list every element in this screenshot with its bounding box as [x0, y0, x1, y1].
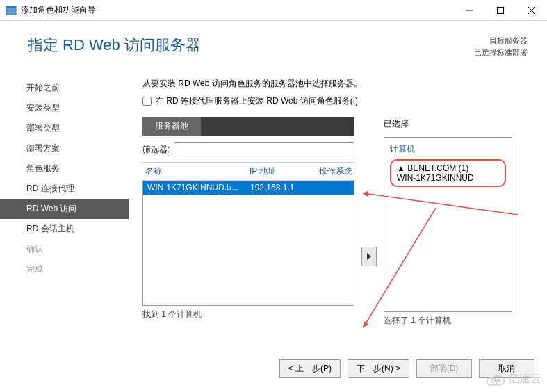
install-on-broker-row[interactable]: 在 RD 连接代理服务器上安装 RD Web 访问角色服务(I)	[142, 95, 528, 107]
header: 指定 RD Web 访问服务器 目标服务器 已选择标准部署	[0, 21, 547, 65]
sidebar-item-rd-web[interactable]: RD Web 访问	[0, 199, 129, 219]
server-row-ip: 192.168.1.1	[247, 183, 317, 193]
titlebar: 添加角色和功能向导	[0, 0, 547, 21]
sidebar-item-deploy-scenario[interactable]: 部署方案	[0, 138, 129, 158]
button-bar: < 上一步(P) 下一步(N) > 部署(D) 取消	[279, 359, 534, 378]
found-count: 找到 1 个计算机	[142, 309, 354, 320]
sidebar-item-complete: 完成	[0, 259, 129, 279]
sidebar-item-rd-broker[interactable]: RD 连接代理	[0, 179, 129, 199]
selected-machine[interactable]: WIN-1K71GKINNUD	[397, 173, 499, 183]
sidebar-item-install-type[interactable]: 安装类型	[0, 98, 129, 118]
add-button[interactable]	[361, 247, 377, 266]
destination-label: 目标服务器	[474, 35, 528, 47]
instruction-text: 从要安装 RD Web 访问角色服务的服务器池中选择服务器。	[142, 78, 528, 90]
svg-point-14	[498, 379, 500, 382]
selected-panel: 已选择 计算机 ▲ BENET.COM (1) WIN-1K71GKINNUD …	[384, 117, 512, 327]
pool-area: 服务器池 筛选器: 名称 IP 地址 操作系统 WIN-1K71GKINNUD.…	[142, 117, 528, 327]
column-name[interactable]: 名称	[142, 165, 247, 177]
sidebar-item-rd-session-host[interactable]: RD 会话主机	[0, 219, 129, 239]
cancel-button[interactable]: 取消	[479, 359, 534, 378]
selected-header: 计算机	[390, 143, 506, 155]
server-row-os	[317, 183, 354, 193]
selected-count: 选择了 1 个计算机	[384, 315, 512, 327]
svg-rect-1	[6, 6, 16, 8]
install-on-broker-checkbox[interactable]	[142, 97, 152, 106]
column-ip[interactable]: IP 地址	[247, 165, 316, 177]
tab-server-pool[interactable]: 服务器池	[142, 117, 201, 136]
wizard-icon	[6, 5, 17, 16]
body: 开始之前 安装类型 部署类型 部署方案 角色服务 RD 连接代理 RD Web …	[0, 65, 547, 352]
sidebar-item-before-begin[interactable]: 开始之前	[0, 78, 129, 98]
selected-group: ▲ BENET.COM (1) WIN-1K71GKINNUD	[390, 159, 506, 187]
server-list[interactable]: WIN-1K71GKINNUD.b... 192.168.1.1	[142, 181, 354, 306]
maximize-button[interactable]	[484, 0, 516, 21]
selected-box[interactable]: 计算机 ▲ BENET.COM (1) WIN-1K71GKINNUD	[384, 137, 512, 312]
svg-rect-3	[497, 7, 503, 13]
close-button[interactable]	[516, 0, 547, 21]
previous-button[interactable]: < 上一步(P)	[279, 359, 341, 378]
install-on-broker-label: 在 RD 连接代理服务器上安装 RD Web 访问角色服务(I)	[156, 95, 358, 107]
window-title: 添加角色和功能向导	[21, 4, 453, 16]
content: 从要安装 RD Web 访问角色服务的服务器池中选择服务器。 在 RD 连接代理…	[129, 65, 547, 352]
destination-info: 目标服务器 已选择标准部署	[474, 35, 528, 58]
selected-domain[interactable]: ▲ BENET.COM (1)	[397, 163, 499, 173]
deploy-button: 部署(D)	[416, 359, 472, 378]
svg-marker-6	[367, 253, 371, 260]
destination-value: 已选择标准部署	[474, 47, 528, 58]
sidebar: 开始之前 安装类型 部署类型 部署方案 角色服务 RD 连接代理 RD Web …	[0, 65, 129, 352]
window-controls	[453, 0, 547, 21]
filter-row: 筛选器:	[142, 142, 354, 156]
sidebar-item-role-services[interactable]: 角色服务	[0, 158, 129, 179]
sidebar-item-confirm: 确认	[0, 239, 129, 259]
svg-point-11	[487, 377, 497, 385]
server-pool-panel: 服务器池 筛选器: 名称 IP 地址 操作系统 WIN-1K71GKINNUD.…	[142, 117, 354, 327]
list-header: 名称 IP 地址 操作系统	[142, 162, 354, 181]
server-row-name: WIN-1K71GKINNUD.b...	[143, 183, 247, 193]
minimize-button[interactable]	[453, 0, 484, 21]
chevron-right-icon	[366, 253, 373, 260]
column-os[interactable]: 操作系统	[316, 165, 354, 177]
tab-strip: 服务器池	[142, 117, 354, 136]
sidebar-item-deploy-type[interactable]: 部署类型	[0, 118, 129, 138]
filter-input[interactable]	[174, 142, 354, 156]
svg-point-13	[494, 379, 496, 382]
next-button[interactable]: 下一步(N) >	[348, 359, 409, 378]
filter-label: 筛选器:	[142, 144, 170, 156]
server-row[interactable]: WIN-1K71GKINNUD.b... 192.168.1.1	[143, 181, 354, 195]
selected-label: 已选择	[384, 117, 512, 130]
page-title: 指定 RD Web 访问服务器	[28, 35, 201, 56]
